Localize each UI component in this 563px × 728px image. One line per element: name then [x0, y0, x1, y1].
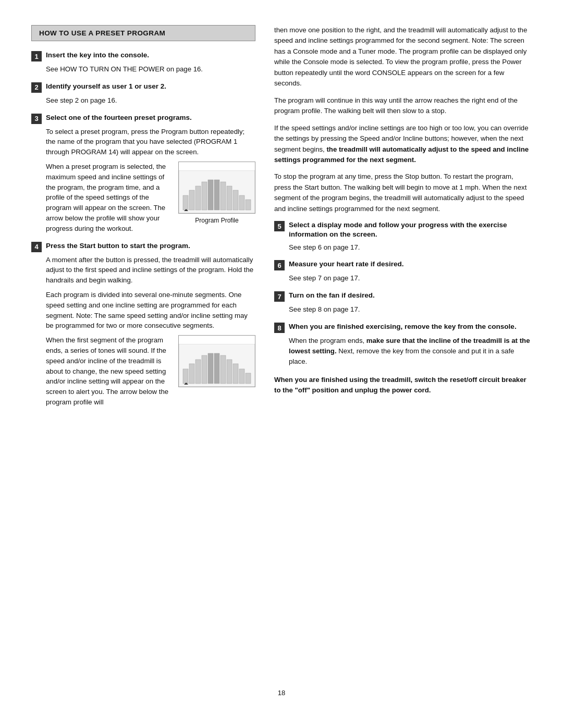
- step-1-body: See HOW TO TURN ON THE POWER on page 16.: [46, 64, 255, 75]
- step-3-title: Select one of the fourteen preset progra…: [46, 113, 192, 122]
- step-2-number: 2: [31, 82, 42, 93]
- step-4-number: 4: [31, 242, 42, 252]
- svg-rect-4: [202, 182, 207, 210]
- svg-rect-14: [183, 369, 188, 384]
- right-para-1: then move one position to the right, and…: [274, 25, 532, 89]
- step-3: 3 Select one of the fourteen preset prog…: [31, 113, 255, 234]
- svg-rect-2: [189, 190, 194, 210]
- right-column: then move one position to the right, and…: [274, 25, 532, 673]
- step-3-number: 3: [31, 114, 42, 124]
- page: HOW TO USE A PRESET PROGRAM 1 Insert the…: [0, 0, 563, 728]
- svg-rect-8: [227, 186, 232, 210]
- svg-rect-19: [214, 353, 219, 384]
- step-3-body: To select a preset program, press the Pr…: [46, 127, 255, 234]
- svg-rect-9: [233, 190, 238, 210]
- svg-rect-1: [183, 195, 188, 210]
- program-profile-figure: Program Profile: [178, 162, 255, 225]
- svg-rect-24: [246, 373, 251, 384]
- step-6-body: See step 7 on page 17.: [289, 273, 532, 283]
- svg-rect-20: [221, 355, 226, 384]
- step-4: 4 Press the Start button to start the pr…: [31, 241, 255, 408]
- svg-rect-6: [214, 180, 219, 210]
- step-7-title: Turn on the fan if desired.: [289, 291, 375, 300]
- svg-rect-7: [221, 182, 226, 210]
- right-para-4: To stop the program at any time, press t…: [274, 171, 532, 214]
- step-5: 5 Select a display mode and follow your …: [274, 220, 532, 252]
- step-1-title: Insert the key into the console.: [46, 51, 149, 60]
- step-2-body: See step 2 on page 16.: [46, 95, 255, 106]
- svg-rect-22: [233, 364, 238, 384]
- step-6: 6 Measure your heart rate if desired. Se…: [274, 260, 532, 283]
- svg-rect-21: [227, 360, 232, 384]
- left-column: HOW TO USE A PRESET PROGRAM 1 Insert the…: [31, 25, 255, 673]
- step-7: 7 Turn on the fan if desired. See step 8…: [274, 291, 532, 315]
- step-8: 8 When you are finished exercising, remo…: [274, 322, 532, 366]
- step-8-title: When you are finished exercising, remove…: [289, 322, 517, 331]
- step-5-title: Select a display mode and follow your pr…: [289, 220, 532, 239]
- step-7-body: See step 8 on page 17.: [289, 304, 532, 315]
- svg-rect-3: [195, 186, 201, 210]
- step-5-number: 5: [274, 221, 285, 231]
- step-8-number: 8: [274, 323, 285, 333]
- step-6-number: 6: [274, 260, 285, 270]
- section-header: HOW TO USE A PRESET PROGRAM: [31, 25, 255, 41]
- right-para-2: The program will continue in this way un…: [274, 95, 532, 117]
- svg-rect-23: [239, 369, 244, 384]
- step-7-number: 7: [274, 291, 285, 302]
- page-number: 18: [31, 689, 532, 697]
- svg-rect-15: [189, 364, 194, 384]
- step-1-number: 1: [31, 51, 42, 61]
- footer-text: When you are finished using the treadmil…: [274, 375, 532, 396]
- svg-rect-18: [208, 353, 213, 384]
- svg-rect-17: [202, 355, 207, 384]
- step-4-title: Press the Start button to start the prog…: [46, 241, 190, 251]
- step-5-body: See step 6 on page 17.: [289, 242, 532, 253]
- step-1: 1 Insert the key into the console. See H…: [31, 51, 255, 75]
- svg-rect-5: [208, 180, 213, 210]
- step-2-title: Identify yourself as user 1 or user 2.: [46, 82, 166, 91]
- step-2: 2 Identify yourself as user 1 or user 2.…: [31, 82, 255, 106]
- step-4-body: A moment after the button is pressed, th…: [46, 255, 255, 408]
- svg-rect-16: [195, 360, 201, 384]
- step-6-title: Measure your heart rate if desired.: [289, 260, 404, 269]
- step-8-body: When the program ends, make sure that th…: [289, 336, 532, 366]
- right-para-3: If the speed settings and/or incline set…: [274, 123, 532, 166]
- figure1-caption: Program Profile: [178, 216, 255, 225]
- section-header-title: HOW TO USE A PRESET PROGRAM: [39, 29, 165, 37]
- svg-rect-11: [246, 200, 251, 210]
- program-profile-figure-2: [178, 335, 255, 387]
- svg-rect-10: [239, 195, 244, 210]
